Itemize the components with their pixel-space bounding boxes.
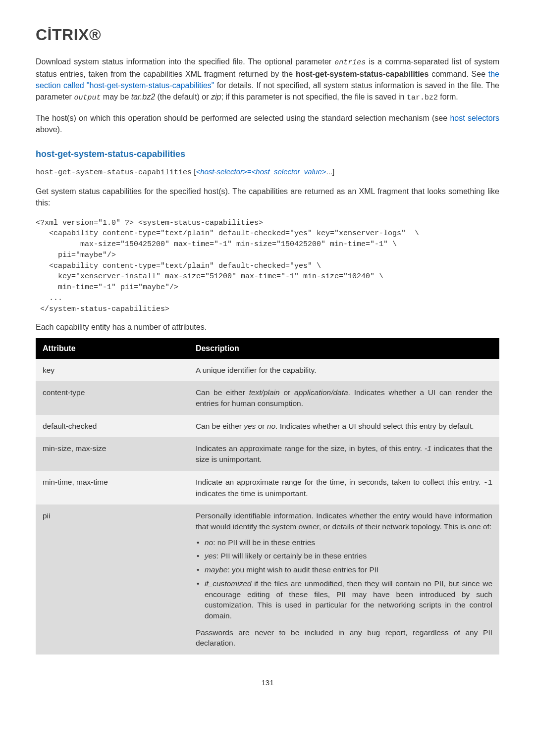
citrix-logo: CİTRIX® — [36, 26, 499, 44]
value: yes — [205, 552, 216, 560]
text: Indicate an approximate range for the ti… — [196, 478, 483, 486]
command-arg: <host-selector>=<host_selector_value> — [196, 167, 326, 176]
attr-name: pii — [36, 504, 189, 655]
attr-desc: Can be either yes or no. Indicates wheth… — [189, 415, 499, 438]
command-name: host-get-system-status-capabilities — [36, 168, 192, 177]
value: -1 — [483, 479, 492, 487]
intro-paragraph-1: Download system status information into … — [36, 56, 499, 103]
attr-desc: Indicate an approximate range for the ti… — [189, 471, 499, 505]
text: command. See — [428, 70, 488, 78]
text: : you might wish to audit these entries … — [227, 565, 378, 574]
table-row: pii Personally identifiable information.… — [36, 504, 499, 655]
attr-name: min-size, max-size — [36, 437, 189, 470]
table-header-description: Description — [189, 338, 499, 359]
attr-desc: Can be either text/plain or application/… — [189, 381, 499, 414]
table-row: default-checked Can be either yes or no.… — [36, 415, 499, 438]
value: text/plain — [249, 388, 280, 397]
xml-code-block: <?xml version="1.0" ?> <system-status-ca… — [36, 218, 499, 315]
text: Indicates an approximate range for the s… — [196, 444, 425, 453]
value: application/data — [294, 388, 348, 397]
text: above). — [36, 125, 62, 134]
pii-footer: Passwords are never to be included in an… — [196, 627, 492, 649]
attr-name: min-time, max-time — [36, 471, 189, 505]
text: Download system status information into … — [36, 57, 334, 66]
command-usage-line: host-get-system-status-capabilities [<ho… — [36, 167, 499, 177]
param-entries: entries — [334, 58, 366, 67]
text: The host(s) on which this operation shou… — [36, 114, 450, 122]
section-paragraph: Get system status capabilities for the s… — [36, 186, 499, 208]
value: no — [267, 422, 275, 430]
attr-name: default-checked — [36, 415, 189, 438]
link-host-selectors[interactable]: host selectors — [450, 114, 499, 122]
page-number: 131 — [36, 678, 499, 687]
text: ...] — [326, 167, 335, 176]
pii-bullet-list: no: no PII will be in these entries yes:… — [196, 537, 492, 621]
value-zip: zip — [211, 93, 221, 101]
table-header-attribute: Attribute — [36, 338, 189, 359]
attributes-table: Attribute Description key A unique ident… — [36, 338, 499, 655]
attr-name: key — [36, 359, 189, 382]
attr-name: content-type — [36, 381, 189, 414]
text: ; if this parameter is not specified, th… — [221, 93, 406, 101]
text: indicates the time is unimportant. — [196, 489, 308, 498]
intro-paragraph-2: The host(s) on which this operation shou… — [36, 112, 499, 135]
value: -1 — [425, 444, 431, 453]
value: if_customized — [205, 579, 252, 588]
command-bold: host-get-system-status-capabilities — [296, 70, 429, 78]
table-row: min-size, max-size Indicates an approxim… — [36, 437, 499, 470]
text: Can be either — [196, 422, 244, 430]
section-heading: host-get-system-status-capabilities — [36, 149, 499, 159]
code-tarbz2: tar.bz2 — [407, 94, 438, 102]
value-tarbz2: tar.bz2 — [131, 93, 155, 101]
attr-desc: Personally identifiable information. Ind… — [189, 504, 499, 655]
text: or — [256, 422, 267, 430]
value: no — [205, 538, 213, 547]
list-item: if_customized if the files are unmodifie… — [196, 578, 492, 621]
attr-desc: A unique identifier for the capability. — [189, 359, 499, 382]
table-row: key A unique identifier for the capabili… — [36, 359, 499, 382]
list-item: maybe: you might wish to audit these ent… — [196, 564, 492, 575]
text: form. — [438, 93, 458, 101]
after-code-paragraph: Each capability entity has a number of a… — [36, 321, 499, 333]
list-item: yes: PII will likely or certainly be in … — [196, 551, 492, 561]
param-output: output — [74, 94, 101, 102]
text: or — [280, 388, 294, 397]
table-row: min-time, max-time Indicate an approxima… — [36, 471, 499, 505]
text: : no PII will be in these entries — [213, 538, 315, 547]
pii-intro: Personally identifiable information. Ind… — [196, 510, 492, 532]
text: : PII will likely or certainly be in the… — [216, 552, 367, 560]
value: maybe — [205, 565, 228, 574]
text: may be — [101, 93, 131, 101]
text: (the default) or — [155, 93, 211, 101]
value: yes — [244, 422, 256, 430]
list-item: no: no PII will be in these entries — [196, 537, 492, 548]
table-row: content-type Can be either text/plain or… — [36, 381, 499, 414]
text: . Indicates whether a UI should select t… — [275, 422, 474, 430]
attr-desc: Indicates an approximate range for the s… — [189, 437, 499, 470]
text: Can be either — [196, 388, 249, 397]
